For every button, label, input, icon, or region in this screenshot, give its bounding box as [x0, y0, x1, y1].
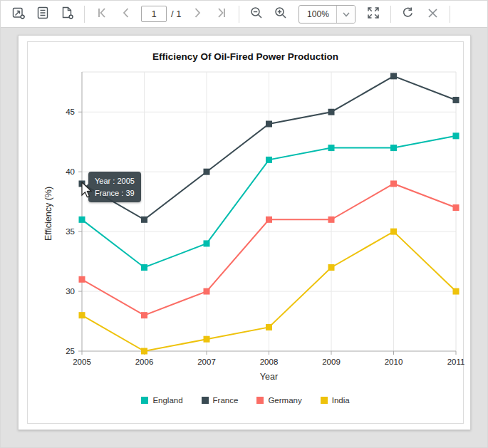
y-tick-label: 40	[66, 167, 75, 176]
data-point-india-2011[interactable]	[453, 288, 460, 295]
y-tick-label: 35	[66, 227, 75, 236]
first-page-button[interactable]	[91, 4, 113, 25]
x-axis-title: Year	[82, 372, 456, 382]
legend-item-germany[interactable]: Germany	[256, 396, 301, 405]
tooltip-line-year: Year : 2005	[95, 175, 135, 187]
data-point-germany-2009[interactable]	[328, 217, 335, 223]
chart-legend: EnglandFranceGermanyIndia	[28, 396, 463, 405]
data-point-india-2005[interactable]	[79, 312, 85, 318]
data-point-france-2008[interactable]	[266, 121, 272, 127]
zoom-level-dropdown[interactable]: 100%	[298, 5, 355, 24]
chevron-down-icon[interactable]	[336, 6, 355, 23]
data-point-germany-2005[interactable]	[79, 276, 85, 283]
viewer-area[interactable]: Efficiency Of Oil-Fired Power Production…	[1, 28, 487, 447]
data-point-germany-2007[interactable]	[204, 288, 210, 295]
legend-swatch	[256, 397, 264, 404]
page-settings-icon	[61, 6, 74, 22]
data-point-germany-2010[interactable]	[390, 180, 397, 187]
legend-label: France	[213, 396, 239, 405]
legend-swatch	[321, 397, 328, 404]
data-point-germany-2008[interactable]	[266, 217, 272, 223]
page-settings-button[interactable]	[56, 4, 78, 25]
data-point-france-2011[interactable]	[453, 97, 460, 103]
close-button[interactable]	[422, 4, 443, 25]
tooltip-line-value: France : 39	[95, 187, 135, 199]
legend-swatch	[141, 397, 148, 404]
legend-item-france[interactable]: France	[202, 396, 239, 405]
x-tick-label: 2005	[73, 358, 91, 366]
legend-item-india[interactable]: India	[321, 396, 350, 405]
organize-pages-button[interactable]	[32, 4, 53, 25]
y-tick-label: 45	[66, 108, 75, 116]
data-point-england-2011[interactable]	[453, 132, 460, 139]
fit-to-page-button[interactable]	[363, 4, 384, 25]
zoom-out-button[interactable]	[246, 4, 267, 25]
previous-page-button[interactable]	[115, 4, 137, 25]
zoom-out-icon	[250, 6, 263, 21]
data-point-india-2007[interactable]	[204, 336, 210, 343]
data-point-india-2010[interactable]	[390, 229, 397, 235]
data-point-france-2009[interactable]	[328, 109, 335, 115]
data-point-england-2007[interactable]	[204, 240, 210, 246]
data-point-england-2009[interactable]	[328, 145, 335, 151]
legend-label: England	[152, 396, 182, 405]
data-point-india-2008[interactable]	[266, 324, 272, 330]
legend-item-england[interactable]: England	[141, 396, 182, 405]
export-as-image-button[interactable]	[8, 4, 29, 25]
chevron-right-icon	[192, 7, 203, 21]
y-tick-label: 30	[66, 287, 75, 296]
zoom-level-value: 100%	[299, 6, 336, 23]
data-point-england-2008[interactable]	[266, 157, 272, 163]
data-point-france-2006[interactable]	[141, 217, 147, 223]
first-page-icon	[96, 7, 108, 21]
zoom-in-icon	[274, 6, 287, 21]
y-tick-label: 25	[66, 347, 75, 355]
legend-label: Germany	[268, 396, 301, 405]
x-tick-label: 2011	[447, 358, 464, 366]
x-tick-label: 2008	[260, 358, 279, 366]
document-text-icon	[36, 6, 49, 21]
last-page-button[interactable]	[211, 4, 232, 25]
refresh-icon	[402, 6, 415, 21]
export-image-icon	[12, 6, 26, 22]
data-point-germany-2006[interactable]	[141, 312, 147, 318]
chevron-left-icon	[120, 7, 132, 21]
refresh-button[interactable]	[398, 4, 419, 25]
x-tick-label: 2009	[322, 358, 341, 366]
page-count-label: / 1	[171, 9, 181, 19]
data-point-india-2009[interactable]	[328, 264, 335, 271]
legend-label: India	[332, 396, 350, 405]
close-icon	[427, 8, 438, 21]
mouse-cursor-icon	[81, 182, 95, 200]
chart-container: Efficiency Of Oil-Fired Power Production…	[27, 41, 464, 424]
toolbar: / 1	[1, 1, 487, 28]
chart-svg[interactable]: 25303540452005200620072008200920102011	[28, 42, 464, 424]
x-tick-label: 2010	[385, 358, 403, 366]
x-tick-label: 2006	[135, 358, 154, 366]
last-page-icon	[216, 7, 227, 21]
data-point-france-2010[interactable]	[390, 73, 397, 79]
toolbar-separator	[390, 6, 391, 23]
pdf-viewer-app: / 1	[0, 0, 488, 448]
x-tick-label: 2007	[197, 358, 216, 366]
data-point-england-2010[interactable]	[390, 145, 397, 151]
legend-swatch	[202, 397, 209, 404]
toolbar-separator	[239, 6, 239, 23]
fit-to-page-icon	[367, 6, 380, 21]
data-point-england-2005[interactable]	[79, 217, 85, 223]
data-point-england-2006[interactable]	[141, 264, 147, 271]
page-number-input[interactable]	[141, 6, 167, 22]
zoom-in-button[interactable]	[270, 4, 291, 25]
data-point-germany-2011[interactable]	[453, 204, 460, 211]
toolbar-separator	[450, 6, 450, 23]
toolbar-separator	[84, 6, 85, 23]
data-point-france-2007[interactable]	[204, 169, 210, 175]
document-page: Efficiency Of Oil-Fired Power Production…	[18, 35, 471, 430]
chart-tooltip: Year : 2005 France : 39	[88, 172, 141, 202]
next-page-button[interactable]	[187, 4, 208, 25]
data-point-india-2006[interactable]	[141, 348, 147, 355]
